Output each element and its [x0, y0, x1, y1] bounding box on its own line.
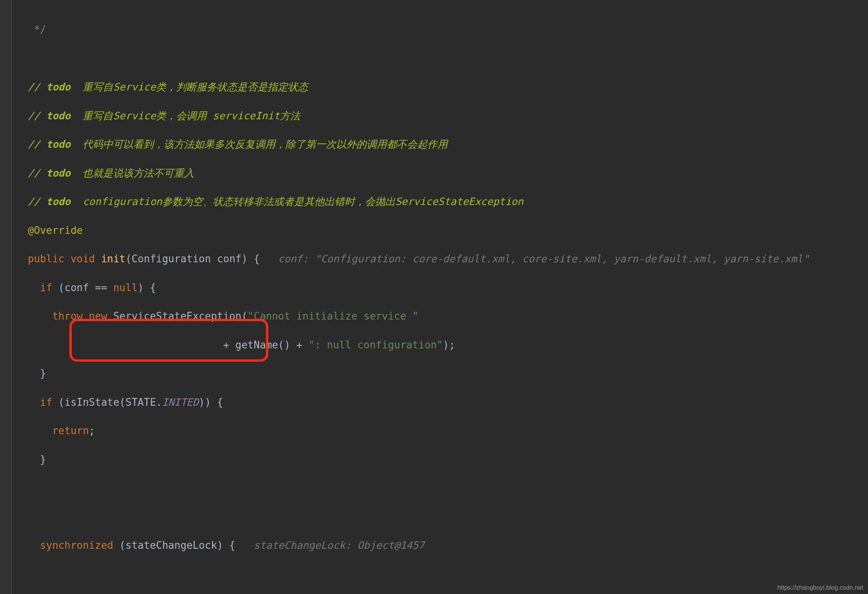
code-text: //	[16, 138, 46, 150]
keyword: if	[16, 282, 52, 293]
code-text: //	[16, 81, 46, 93]
code-line[interactable]: // todo 重写自Service类，判断服务状态是否是指定状态	[16, 81, 868, 94]
keyword: return	[16, 425, 89, 437]
code-text: configuration参数为空、状态转移非法或者是其他出错时，会抛出Serv…	[71, 196, 524, 207]
code-text: }	[16, 368, 46, 379]
annotation: @Override	[16, 225, 83, 236]
code-line[interactable]	[16, 568, 868, 581]
code-text: */	[16, 24, 46, 35]
inline-hint: stateChangeLock: Object@1457	[253, 539, 424, 551]
watermark: https://zhangboyi.blog.csdn.net	[777, 584, 863, 592]
code-line[interactable]: + getName() + ": null configuration");	[16, 339, 868, 352]
todo-keyword: todo	[46, 196, 71, 207]
code-editor[interactable]: */ // todo 重写自Service类，判断服务状态是否是指定状态 // …	[0, 0, 868, 594]
keyword: null	[113, 282, 138, 293]
string: "Cannot initialize service "	[248, 310, 418, 322]
code-text: //	[16, 110, 46, 122]
code-text: //	[16, 167, 46, 179]
code-text: (isInState(STATE.	[52, 396, 162, 408]
code-line[interactable]: throw new ServiceStateException("Cannot …	[16, 310, 868, 323]
keyword: throw new	[16, 310, 113, 322]
todo-keyword: todo	[46, 81, 71, 93]
code-text: )) {	[199, 396, 223, 408]
method-name: init	[101, 253, 126, 265]
code-text: (Configuration conf) {	[126, 253, 278, 265]
keyword: synchronized	[16, 539, 113, 551]
code-line[interactable]: // todo configuration参数为空、状态转移非法或者是其他出错时…	[16, 195, 868, 209]
code-text: 重写自Service类，会调用 serviceInit方法	[71, 110, 300, 122]
keyword: public	[16, 253, 64, 265]
code-line[interactable]: */	[16, 23, 868, 37]
code-text: (conf ==	[52, 282, 113, 293]
enum-constant: INITED	[162, 396, 199, 408]
code-text: 重写自Service类，判断服务状态是否是指定状态	[71, 81, 308, 93]
code-text: (stateChangeLock) {	[113, 539, 253, 551]
code-line[interactable]: // todo 代码中可以看到，该方法如果多次反复调用，除了第一次以外的调用都不…	[16, 138, 868, 151]
code-line[interactable]	[16, 482, 868, 495]
code-line[interactable]: // todo 也就是说该方法不可重入	[16, 167, 868, 180]
todo-keyword: todo	[46, 110, 71, 122]
string: ": null configuration"	[308, 339, 443, 351]
keyword: void	[64, 253, 101, 265]
code-line[interactable]: if (conf == null) {	[16, 281, 868, 295]
code-text: 代码中可以看到，该方法如果多次反复调用，除了第一次以外的调用都不会起作用	[71, 138, 448, 150]
code-text: + getName() +	[16, 339, 308, 351]
code-line[interactable]	[16, 511, 868, 524]
code-text: }	[16, 454, 46, 465]
code-text: ;	[89, 425, 95, 437]
code-line[interactable]: @Override	[16, 224, 868, 237]
todo-keyword: todo	[46, 167, 71, 179]
todo-keyword: todo	[46, 138, 71, 150]
code-line[interactable]	[16, 52, 868, 65]
code-line[interactable]: public void init(Configuration conf) { c…	[16, 253, 868, 266]
keyword: if	[16, 396, 52, 408]
code-line[interactable]: if (isInState(STATE.INITED)) {	[16, 396, 868, 409]
code-line[interactable]: return;	[16, 424, 868, 438]
inline-hint: conf: "Configuration: core-default.xml, …	[278, 253, 809, 265]
code-line[interactable]: }	[16, 367, 868, 380]
code-text: ) {	[138, 282, 156, 293]
code-text: 也就是说该方法不可重入	[71, 167, 194, 179]
gutter[interactable]	[0, 0, 12, 594]
code-line[interactable]: }	[16, 453, 868, 467]
code-area[interactable]: */ // todo 重写自Service类，判断服务状态是否是指定状态 // …	[12, 0, 868, 594]
code-text: );	[443, 339, 455, 351]
code-text: //	[16, 196, 46, 207]
code-line[interactable]: // todo 重写自Service类，会调用 serviceInit方法	[16, 110, 868, 123]
code-text: ServiceStateException(	[113, 310, 247, 322]
code-line[interactable]: synchronized (stateChangeLock) { stateCh…	[16, 539, 868, 552]
